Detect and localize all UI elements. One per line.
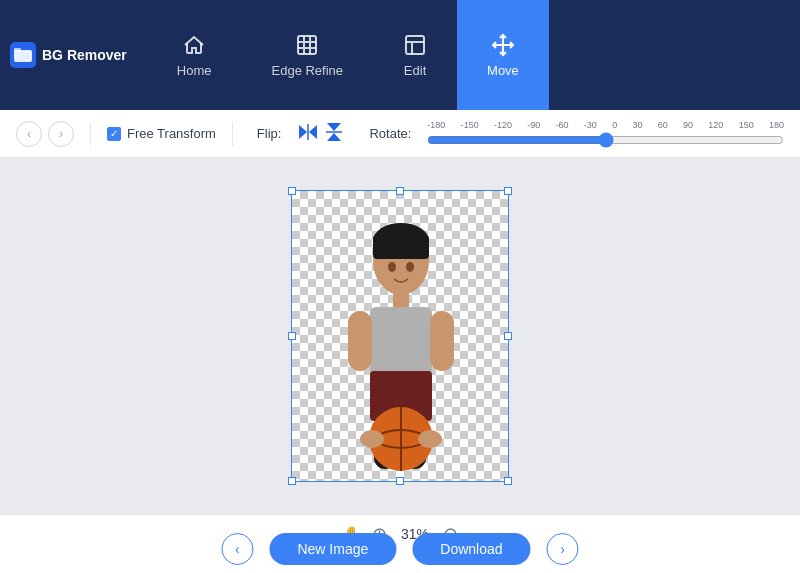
back-button[interactable]: ‹ xyxy=(16,121,42,147)
forward-button[interactable]: › xyxy=(48,121,74,147)
rotate-label: Rotate: xyxy=(369,126,411,141)
prev-button[interactable]: ‹ xyxy=(221,533,253,565)
flip-vertical-button[interactable] xyxy=(323,121,345,147)
svg-rect-13 xyxy=(373,235,429,259)
svg-point-26 xyxy=(406,262,414,272)
svg-rect-18 xyxy=(430,311,454,371)
prev-arrow-icon: ‹ xyxy=(235,541,240,557)
free-transform-check[interactable]: ✓ Free Transform xyxy=(107,126,216,141)
flip-vertical-icon xyxy=(325,123,343,141)
free-transform-checkbox[interactable]: ✓ xyxy=(107,127,121,141)
tab-home[interactable]: Home xyxy=(147,0,242,110)
next-button[interactable]: › xyxy=(547,533,579,565)
tab-move-label: Move xyxy=(487,63,519,78)
svg-rect-4 xyxy=(406,36,424,54)
header: BG Remover Home Edge Refine Edit xyxy=(0,0,800,110)
new-image-button[interactable]: New Image xyxy=(269,533,396,565)
tab-home-label: Home xyxy=(177,63,212,78)
svg-rect-3 xyxy=(298,36,316,54)
tab-edge-refine[interactable]: Edge Refine xyxy=(242,0,374,110)
svg-marker-8 xyxy=(327,123,341,131)
svg-marker-10 xyxy=(327,133,341,141)
rotate-ticks: -180 -150 -120 -90 -60 -30 0 30 60 90 12… xyxy=(427,120,784,130)
svg-rect-2 xyxy=(14,48,21,52)
divider-1 xyxy=(90,122,91,146)
app-title: BG Remover xyxy=(42,47,127,63)
main-content: ‹ › ✓ Free Transform Flip: xyxy=(0,110,800,573)
flip-horizontal-button[interactable] xyxy=(297,121,319,147)
back-icon: ‹ xyxy=(27,127,31,141)
flip-label: Flip: xyxy=(257,126,282,141)
image-canvas[interactable] xyxy=(291,190,509,482)
svg-rect-15 xyxy=(370,307,432,377)
tab-move[interactable]: Move xyxy=(457,0,549,110)
tab-edit-label: Edit xyxy=(404,63,426,78)
forward-icon: › xyxy=(59,127,63,141)
svg-point-23 xyxy=(360,430,384,448)
svg-marker-5 xyxy=(299,125,307,139)
svg-point-24 xyxy=(418,430,442,448)
logo-icon xyxy=(10,42,36,68)
tab-edit[interactable]: Edit xyxy=(373,0,457,110)
toolbar-nav: ‹ › xyxy=(16,121,74,147)
flip-buttons xyxy=(297,121,345,147)
rotate-track: -180 -150 -120 -90 -60 -30 0 30 60 90 12… xyxy=(427,124,784,144)
home-icon xyxy=(182,33,206,57)
bottom-actions: ‹ New Image Download › xyxy=(221,533,578,565)
app-logo: BG Remover xyxy=(10,42,127,68)
download-button[interactable]: Download xyxy=(412,533,530,565)
svg-point-25 xyxy=(388,262,396,272)
svg-rect-17 xyxy=(348,311,372,371)
person-svg xyxy=(292,191,510,483)
rotate-slider[interactable] xyxy=(427,132,784,148)
canvas-area xyxy=(0,158,800,514)
next-arrow-icon: › xyxy=(560,541,565,557)
flip-horizontal-icon xyxy=(299,123,317,141)
move-icon xyxy=(491,33,515,57)
toolbar: ‹ › ✓ Free Transform Flip: xyxy=(0,110,800,158)
rotate-slider-wrap: -180 -150 -120 -90 -60 -30 0 30 60 90 12… xyxy=(427,124,784,144)
tab-edge-refine-label: Edge Refine xyxy=(272,63,344,78)
edit-icon xyxy=(403,33,427,57)
svg-marker-7 xyxy=(309,125,317,139)
bottom-bar: ✋ ⊕ 31% ⊖ ‹ New Image Download › xyxy=(0,514,800,573)
svg-rect-14 xyxy=(393,291,409,309)
edge-refine-icon xyxy=(295,33,319,57)
free-transform-label: Free Transform xyxy=(127,126,216,141)
divider-2 xyxy=(232,122,233,146)
nav-tabs: Home Edge Refine Edit Move xyxy=(147,0,790,110)
